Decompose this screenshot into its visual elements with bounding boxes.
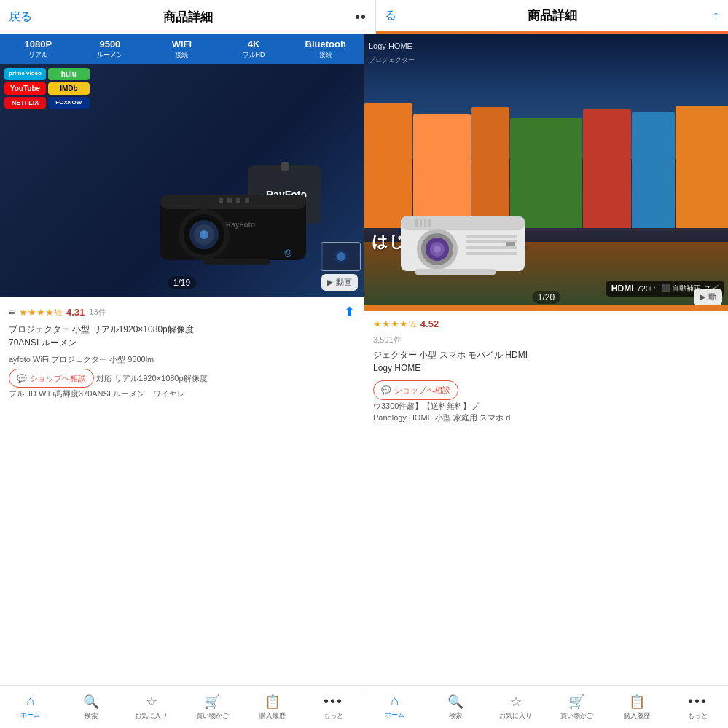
- bottom-nav-left: ⌂ ホーム 🔍 検索 ☆ お気に入り 🛒 買い物かご 📋 購入履歴 ••• もっ…: [0, 690, 364, 724]
- nav-fav-right[interactable]: ☆ お気に入り: [485, 690, 546, 724]
- left-page-title: 商品詳細: [163, 9, 213, 26]
- more-options-left[interactable]: ••: [355, 9, 367, 26]
- search-icon: 🔍: [83, 694, 99, 710]
- rating-number-right: 4.52: [420, 318, 439, 329]
- video-button-left[interactable]: 動画: [321, 274, 358, 291]
- right-product-image: Logy HOME プロジェクター はじめよう、大画面。: [364, 34, 728, 311]
- main-content-area: 1080P リアル 9500 ルーメン WiFi 接続 4K フルHD: [0, 34, 728, 685]
- product-subtitle-right: 💬 ショップへ相談 ウ3300件超】【送料無料】プ Panology HOME …: [373, 379, 719, 424]
- svg-point-19: [337, 252, 345, 261]
- product-title-right: ジェクター 小型 スマホ モバイル HDMI Logy HOME: [373, 348, 719, 375]
- svg-rect-16: [204, 259, 270, 265]
- hulu-logo: hulu: [48, 68, 90, 80]
- more-icon: •••: [324, 693, 343, 710]
- top-navigation: 戻る 商品詳細 •• る 商品詳細 ↑: [0, 0, 728, 34]
- svg-rect-12: [219, 198, 223, 203]
- bottom-nav-right: ⌂ ホーム 🔍 検索 ☆ お気に入り 🛒 買い物かご 📋 購入履歴 ••• もっ…: [364, 690, 728, 724]
- more-icon-right: •••: [688, 693, 708, 710]
- right-brand-label: Logy HOME プロジェクター: [369, 39, 415, 65]
- spec-4k: 4K フルHD: [219, 39, 289, 60]
- home-icon: ⌂: [26, 694, 34, 709]
- left-nav-bar: 戻る 商品詳細 ••: [0, 0, 376, 34]
- spec-9500: 9500 ルーメン: [75, 39, 146, 60]
- share-icon-left[interactable]: ⬆: [344, 304, 355, 320]
- nav-search[interactable]: 🔍 検索: [60, 690, 121, 724]
- home-icon-right: ⌂: [391, 694, 399, 709]
- shop-consult-button-left[interactable]: 💬 ショップへ相談: [9, 369, 94, 388]
- svg-rect-25: [428, 219, 431, 227]
- star-icon: ☆: [146, 694, 157, 710]
- svg-rect-34: [466, 252, 517, 255]
- thumbnail-overlay: [321, 242, 361, 271]
- history-icon-right: 📋: [629, 694, 645, 710]
- search-icon-right: 🔍: [447, 694, 463, 710]
- left-product-info: ≡ ★★★★½ 4.31 13件 ⬆ プロジェクター 小型 リアル1920×10…: [0, 297, 364, 685]
- stars-left: ★★★★½: [19, 307, 62, 318]
- nav-history-right[interactable]: 📋 購入履歴: [607, 690, 668, 724]
- left-product-image: 1080P リアル 9500 ルーメン WiFi 接続 4K フルHD: [0, 34, 364, 297]
- svg-text:⌾: ⌾: [284, 245, 292, 259]
- nav-home-right[interactable]: ⌂ ホーム: [364, 690, 425, 724]
- svg-point-30: [434, 246, 441, 253]
- review-count-left: 13件: [89, 307, 106, 318]
- image-counter-left: 1/19: [168, 276, 196, 289]
- city-background: Logy HOME プロジェクター はじめよう、大画面。: [364, 34, 728, 311]
- right-product-image-container[interactable]: Logy HOME プロジェクター はじめよう、大画面。: [364, 34, 728, 311]
- prime-video-logo: prime video: [4, 68, 46, 80]
- history-icon: 📋: [265, 694, 281, 710]
- svg-rect-14: [236, 198, 240, 203]
- shop-consult-button-right[interactable]: 💬 ショップへ相談: [373, 380, 458, 400]
- imdb-logo: IMDb: [48, 82, 90, 95]
- right-projector-svg: [394, 187, 539, 289]
- product-subtitle-left: ayfoto WiFi プロジェクター 小型 9500lm 💬 ショップへ相談 …: [9, 353, 355, 400]
- back-button-right[interactable]: る: [385, 8, 396, 23]
- right-nav-bar: る 商品詳細 ↑: [376, 0, 728, 34]
- svg-rect-4: [160, 195, 306, 209]
- spec-wifi: WiFi 接続: [146, 39, 217, 60]
- svg-point-9: [200, 230, 208, 239]
- nav-cart[interactable]: 🛒 買い物かご: [182, 690, 243, 724]
- svg-text:RayFoto: RayFoto: [226, 221, 255, 229]
- svg-rect-22: [415, 219, 418, 227]
- left-product-panel: 1080P リアル 9500 ルーメン WiFi 接続 4K フルHD: [0, 34, 364, 685]
- foxnow-logo: FOXNOW: [48, 97, 90, 109]
- spec-bluetooth: Bluetooh 接続: [290, 39, 361, 60]
- nav-search-right[interactable]: 🔍 検索: [425, 690, 485, 724]
- svg-rect-23: [420, 219, 422, 227]
- image-counter-right: 1/20: [532, 291, 560, 304]
- right-page-title: 商品詳細: [528, 7, 577, 24]
- nav-history[interactable]: 📋 購入履歴: [243, 690, 303, 724]
- rating-row-left: ≡ ★★★★½ 4.31 13件 ⬆: [9, 304, 355, 320]
- orange-accent-bar: [364, 305, 728, 311]
- svg-rect-24: [424, 219, 426, 227]
- svg-rect-1: [281, 162, 289, 171]
- right-product-panel: Logy HOME プロジェクター はじめよう、大画面。: [364, 34, 728, 685]
- share-button[interactable]: ↑: [713, 8, 719, 23]
- nav-accent-line: [376, 31, 728, 34]
- svg-rect-13: [227, 198, 232, 203]
- nav-cart-right[interactable]: 🛒 買い物かご: [547, 690, 607, 724]
- netflix-logo: NETFLIX: [4, 97, 46, 109]
- right-product-info: ★★★★½ 4.52 3,501件 ジェクター 小型 スマホ モバイル HDMI…: [364, 311, 728, 685]
- youtube-logo: YouTube: [4, 82, 46, 95]
- star-icon-right: ☆: [510, 694, 522, 710]
- bottom-navigation: ⌂ ホーム 🔍 検索 ☆ お気に入り 🛒 買い物かご 📋 購入履歴 ••• もっ…: [0, 685, 728, 728]
- left-product-image-container[interactable]: 1080P リアル 9500 ルーメン WiFi 接続 4K フルHD: [0, 34, 364, 297]
- svg-rect-35: [415, 269, 496, 275]
- svg-rect-21: [401, 216, 525, 230]
- svg-rect-31: [466, 235, 517, 238]
- stars-right: ★★★★½: [373, 318, 416, 329]
- back-button-left[interactable]: 戻る: [9, 9, 32, 25]
- cart-icon-right: 🛒: [568, 694, 584, 710]
- nav-more-right[interactable]: ••• もっと: [668, 690, 728, 724]
- spec-bar: 1080P リアル 9500 ルーメン WiFi 接続 4K フルHD: [0, 34, 364, 64]
- nav-favorites[interactable]: ☆ お気に入り: [121, 690, 181, 724]
- nav-home[interactable]: ⌂ ホーム: [0, 690, 60, 724]
- cart-icon: 🛒: [204, 694, 220, 710]
- svg-rect-36: [506, 242, 515, 246]
- video-button-right[interactable]: 動: [694, 289, 722, 305]
- left-projector-svg: RayFoto ⌾ RayFoto: [146, 151, 328, 282]
- app-logos-grid: prime video hulu YouTube IMDb NETFLIX FO…: [4, 68, 90, 109]
- rating-row-right: ★★★★½ 4.52: [373, 318, 719, 329]
- nav-more[interactable]: ••• もっと: [303, 690, 364, 724]
